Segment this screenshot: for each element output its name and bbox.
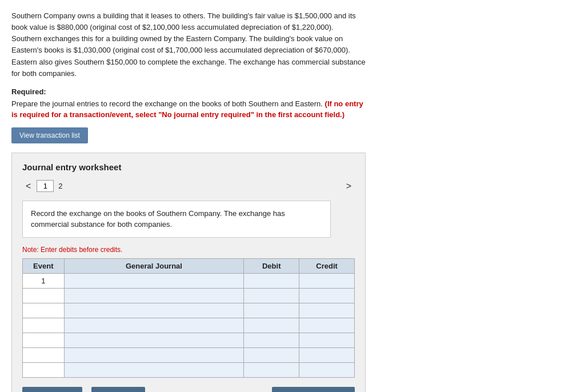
journal-table: Event General Journal Debit Credit 1: [22, 258, 355, 378]
general-input-4[interactable]: [65, 318, 244, 333]
event-cell-4: [23, 318, 65, 333]
table-row: [23, 347, 355, 362]
general-input-1[interactable]: [65, 274, 244, 288]
record-entry-button[interactable]: Record entry: [22, 387, 82, 392]
debit-input-7[interactable]: [244, 363, 299, 377]
instructions-main: Prepare the journal entries to record th…: [11, 99, 323, 108]
general-cell-5[interactable]: [64, 333, 244, 347]
table-row: [23, 303, 355, 318]
credit-cell-2[interactable]: [299, 288, 355, 303]
problem-text: Southern Company owns a building that it…: [11, 10, 366, 79]
table-row: 1: [23, 273, 355, 288]
event-cell-3: [23, 303, 65, 318]
view-transaction-button[interactable]: View transaction list: [11, 127, 88, 143]
event-cell-7: [23, 362, 65, 377]
table-row: [23, 362, 355, 377]
debit-input-5[interactable]: [244, 333, 299, 347]
credit-cell-7[interactable]: [299, 362, 355, 377]
general-input-3[interactable]: [65, 303, 244, 318]
table-row: [23, 318, 355, 333]
buttons-row: Record entry Clear entry View general jo…: [22, 387, 355, 392]
instruction-text: Record the exchange on the books of Sout…: [31, 209, 285, 229]
credit-input-2[interactable]: [299, 289, 354, 303]
worksheet-title: Journal entry worksheet: [22, 162, 355, 172]
clear-entry-button[interactable]: Clear entry: [91, 387, 146, 392]
required-section: Required: Prepare the journal entries to…: [11, 87, 366, 121]
nav-left-button[interactable]: <: [22, 180, 34, 193]
col-header-event: Event: [23, 258, 65, 273]
general-cell-4[interactable]: [64, 318, 244, 333]
debit-input-6[interactable]: [244, 348, 299, 362]
general-input-5[interactable]: [65, 333, 244, 347]
col-header-credit: Credit: [299, 258, 355, 273]
debit-input-4[interactable]: [244, 318, 299, 333]
problem-text-content: Southern Company owns a building that it…: [11, 11, 366, 78]
general-input-6[interactable]: [65, 348, 244, 362]
worksheet-container: Journal entry worksheet < 2 > Record the…: [11, 153, 366, 392]
nav-right-button[interactable]: >: [343, 180, 355, 193]
credit-input-6[interactable]: [299, 348, 354, 362]
view-general-journal-button[interactable]: View general journal: [272, 387, 355, 392]
instruction-box: Record the exchange on the books of Sout…: [22, 201, 331, 238]
debit-cell-4[interactable]: [244, 318, 299, 333]
general-cell-7[interactable]: [64, 362, 244, 377]
event-cell-6: [23, 347, 65, 362]
required-label: Required:: [11, 87, 366, 96]
debit-cell-1[interactable]: [244, 273, 299, 288]
page-next-label: 2: [58, 182, 62, 190]
credit-cell-1[interactable]: [299, 273, 355, 288]
note-text: Note: Enter debits before credits.: [22, 246, 355, 254]
credit-input-7[interactable]: [299, 363, 354, 377]
general-cell-1[interactable]: [64, 273, 244, 288]
pagination-row: < 2 >: [22, 180, 355, 193]
credit-cell-3[interactable]: [299, 303, 355, 318]
debit-cell-5[interactable]: [244, 333, 299, 347]
credit-cell-5[interactable]: [299, 333, 355, 347]
debit-cell-2[interactable]: [244, 288, 299, 303]
table-row: [23, 333, 355, 347]
table-row: [23, 288, 355, 303]
credit-input-5[interactable]: [299, 333, 354, 347]
general-cell-2[interactable]: [64, 288, 244, 303]
debit-input-1[interactable]: [244, 274, 299, 288]
col-header-debit: Debit: [244, 258, 299, 273]
general-input-2[interactable]: [65, 289, 244, 303]
debit-input-3[interactable]: [244, 303, 299, 318]
debit-cell-3[interactable]: [244, 303, 299, 318]
general-cell-6[interactable]: [64, 347, 244, 362]
general-input-7[interactable]: [65, 363, 244, 377]
credit-cell-4[interactable]: [299, 318, 355, 333]
col-header-general: General Journal: [64, 258, 244, 273]
instructions-text: Prepare the journal entries to record th…: [11, 98, 366, 121]
credit-input-4[interactable]: [299, 318, 354, 333]
credit-cell-6[interactable]: [299, 347, 355, 362]
event-cell-1: 1: [23, 273, 65, 288]
event-cell-2: [23, 288, 65, 303]
current-page-input[interactable]: [37, 180, 54, 192]
debit-cell-6[interactable]: [244, 347, 299, 362]
debit-input-2[interactable]: [244, 289, 299, 303]
debit-cell-7[interactable]: [244, 362, 299, 377]
event-cell-5: [23, 333, 65, 347]
credit-input-3[interactable]: [299, 303, 354, 318]
general-cell-3[interactable]: [64, 303, 244, 318]
credit-input-1[interactable]: [299, 274, 354, 288]
